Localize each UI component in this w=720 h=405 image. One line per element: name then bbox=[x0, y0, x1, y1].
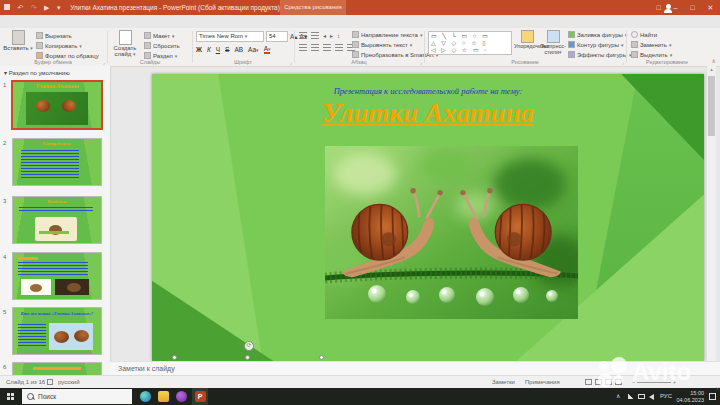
paragraph-group: Абзац ⌟ bbox=[295, 28, 423, 66]
contextual-tab-header: Средства рисования bbox=[280, 0, 346, 15]
paragraph-dialog-launcher[interactable]: ⌟ bbox=[420, 59, 422, 65]
search-placeholder: Поиск bbox=[38, 393, 56, 400]
taskbar-search-box[interactable]: Поиск bbox=[22, 389, 132, 404]
input-language[interactable]: РУС bbox=[660, 388, 672, 405]
slides-group: Слайды bbox=[108, 28, 192, 66]
window-title: Улитки Ахатина презентация - PowerPoint … bbox=[60, 0, 290, 15]
slide-subtitle-text[interactable]: Презентация к исследовательской работе н… bbox=[152, 86, 704, 96]
tray-chevron-icon[interactable]: ∧ bbox=[616, 388, 620, 405]
clipboard-group: Буфер обмена ⌟ bbox=[0, 28, 106, 66]
editing-group: Редактирование bbox=[627, 28, 707, 66]
quick-access-toolbar: ↶ ↷ ▶ ▾ bbox=[4, 0, 63, 18]
photos-app-icon[interactable] bbox=[176, 391, 187, 402]
resize-handle-right[interactable] bbox=[319, 355, 324, 360]
person-icon bbox=[666, 4, 671, 9]
undo-icon[interactable]: ↶ bbox=[17, 0, 23, 15]
view-reading-icon[interactable] bbox=[605, 379, 612, 385]
view-normal-icon[interactable] bbox=[585, 379, 592, 385]
clock[interactable]: 15:00 04.06.2023 bbox=[676, 390, 704, 403]
save-icon[interactable] bbox=[4, 0, 10, 15]
windows-taskbar: Поиск P ∧ РУС 15:00 04.06.2023 bbox=[0, 388, 720, 405]
slide-thumbnail-5[interactable]: Кто же такая «Улитка Ахатина»? bbox=[12, 307, 102, 355]
drawing-dialog-launcher[interactable]: ⌟ bbox=[622, 59, 624, 65]
battery-icon[interactable] bbox=[638, 394, 645, 399]
start-slideshow-icon[interactable]: ▶ bbox=[44, 0, 49, 15]
thumb-6-number: 6 bbox=[3, 364, 6, 370]
thumb-1-photo bbox=[26, 92, 88, 125]
thumb-4-number: 4 bbox=[3, 254, 6, 260]
collapse-ribbon-icon[interactable]: ∧ bbox=[712, 57, 716, 64]
thumb-5-number: 5 bbox=[3, 309, 6, 315]
volume-icon[interactable] bbox=[649, 394, 654, 400]
vertical-scrollbar[interactable]: ▴ bbox=[706, 66, 716, 361]
thumb-3-number: 3 bbox=[3, 198, 6, 204]
slide-thumbnail-3[interactable]: Введение bbox=[12, 196, 102, 244]
thumb-1-number: 1 bbox=[3, 82, 6, 88]
slide-thumbnail-6[interactable] bbox=[12, 362, 102, 375]
slide-thumbnail-1[interactable]: Улитки Ахатина bbox=[11, 80, 103, 130]
powerpoint-window: ↶ ↷ ▶ ▾ Улитки Ахатина презентация - Pow… bbox=[0, 0, 720, 405]
scroll-up-icon[interactable]: ▴ bbox=[707, 66, 716, 72]
slide-title-text[interactable]: Улитки Ахатина bbox=[152, 98, 704, 129]
slide-thumbnail-panel: ▾ Раздел по умолчанию 1 Улитки Ахатина 2… bbox=[0, 66, 111, 375]
resize-handle-center[interactable] bbox=[245, 355, 250, 360]
start-button[interactable] bbox=[0, 388, 22, 405]
language-indicator[interactable]: русский bbox=[58, 376, 80, 388]
title-bar: ↶ ↷ ▶ ▾ Улитки Ахатина презентация - Pow… bbox=[0, 0, 720, 15]
slide-thumbnail-4[interactable] bbox=[12, 252, 102, 300]
scrollbar-thumb[interactable] bbox=[708, 76, 715, 136]
slide-canvas[interactable]: Презентация к исследовательской работе н… bbox=[152, 74, 704, 361]
close-icon[interactable]: ✕ bbox=[702, 0, 719, 15]
notes-pane[interactable]: Заметки к слайду bbox=[110, 361, 720, 375]
snails-photo[interactable] bbox=[325, 146, 578, 319]
ribbon: Вставить ▾ Вырезать Копировать▾ Формат п… bbox=[0, 28, 720, 67]
comments-toggle[interactable]: Примечания bbox=[525, 376, 560, 388]
file-explorer-icon[interactable] bbox=[158, 391, 169, 402]
action-center-icon[interactable] bbox=[709, 393, 716, 400]
font-dialog-launcher[interactable]: ⌟ bbox=[290, 59, 292, 65]
redo-icon[interactable]: ↷ bbox=[31, 0, 37, 15]
ribbon-display-options-icon[interactable]: □ bbox=[650, 0, 667, 15]
restore-icon[interactable]: □ bbox=[684, 0, 701, 15]
powerpoint-taskbar-icon[interactable]: P bbox=[192, 388, 208, 405]
thumb-2-number: 2 bbox=[3, 140, 6, 146]
rotate-handle[interactable]: ⟳ bbox=[244, 341, 254, 351]
font-group: Шрифт ⌟ bbox=[193, 28, 293, 66]
search-icon bbox=[27, 393, 34, 400]
status-bar: Слайд 1 из 16 русский Заметки Примечания… bbox=[0, 375, 720, 389]
section-collapse-icon: ▾ bbox=[4, 70, 7, 76]
slide-counter: Слайд 1 из 16 bbox=[6, 376, 45, 388]
tray-date: 04.06.2023 bbox=[676, 397, 704, 404]
zoom-slider[interactable]: − + bbox=[632, 376, 692, 388]
slide-thumbnail-2[interactable]: Содержание bbox=[12, 138, 102, 186]
view-sorter-icon[interactable] bbox=[595, 379, 602, 385]
view-slideshow-icon[interactable] bbox=[615, 379, 622, 385]
edge-icon[interactable] bbox=[140, 391, 151, 402]
drawing-group: Рисование ⌟ bbox=[425, 28, 625, 66]
notes-toggle[interactable]: Заметки bbox=[492, 376, 515, 388]
section-header[interactable]: ▾ Раздел по умолчанию bbox=[4, 69, 70, 76]
spellcheck-icon[interactable] bbox=[47, 376, 56, 388]
resize-handle-left[interactable] bbox=[172, 355, 177, 360]
clipboard-dialog-launcher[interactable]: ⌟ bbox=[103, 59, 105, 65]
network-icon[interactable] bbox=[628, 394, 634, 399]
